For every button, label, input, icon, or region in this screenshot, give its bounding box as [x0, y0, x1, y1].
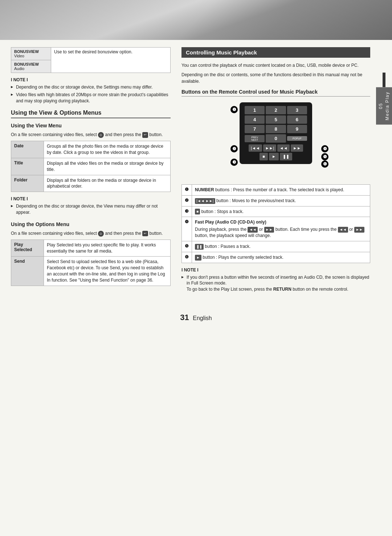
btn-1: 1 [245, 106, 265, 114]
note-item-view: Depending on the disc or storage device,… [11, 203, 171, 216]
playback-row: ■ ► ❚❚ [245, 153, 307, 160]
rewind-btn: ◄◄ [277, 144, 290, 152]
circle-3: ❸ [230, 159, 238, 166]
view-menu-heading: Using the View Menu [11, 123, 171, 128]
remote-desc-table: ❶ NUMBER buttons : Press the number of a… [181, 184, 370, 263]
desc-num-4: ❹ [182, 217, 192, 241]
page-footer: 31 English [0, 313, 392, 330]
btn-2: 2 [266, 106, 286, 114]
view-options-heading: Using the View & Options Menus [11, 110, 171, 118]
circle-2: ❷ [230, 145, 238, 152]
stop-icon: ■ [195, 209, 200, 214]
circle-6: ❻ [321, 160, 328, 168]
btn-0: 0 [266, 134, 286, 143]
bonusview-table: BONUSVIEW Video Use to set the desired b… [11, 47, 171, 73]
play-icon: ► [195, 255, 201, 261]
btn-5: 5 [266, 115, 286, 124]
desc-text-5: ❚❚ button : Pauses a track. [192, 241, 370, 252]
play-selected-desc: Play Selected lets you select specific f… [44, 240, 171, 257]
pause-btn: ❚❚ [280, 153, 292, 160]
folder-label: Folder [11, 175, 44, 192]
side-bar-accent [383, 73, 385, 87]
desc-num-2: ❷ [182, 195, 192, 206]
view-options-table: Date Groups all the the photo files on t… [11, 141, 171, 192]
date-label: Date [11, 141, 44, 158]
note-section-2: I NOTE I Depending on the disc or storag… [11, 196, 171, 216]
bonusview-audio-label: BONUSVIEW Audio [11, 60, 51, 73]
options-icon: ⊙ [98, 231, 104, 237]
note-item-music: If you don't press a button within five … [181, 274, 370, 292]
note-section-3: I NOTE I If you don't press a button wit… [181, 267, 370, 292]
desc-row-2: ❷ |◄◄ ►►| button : Moves to the previous… [182, 195, 370, 206]
desc-num-5: ❺ [182, 241, 192, 252]
note-section-1: I NOTE I Depending on the disc or storag… [11, 77, 171, 104]
side-chapter-label: 05 Media Play [376, 87, 392, 124]
note-item-2: Video files with high bitrates of 20Mbps… [11, 92, 171, 104]
return-icon-2: ↩ [142, 231, 148, 237]
btn-9: 9 [287, 125, 307, 133]
desc-row-6: ❻ ► button : Plays the currently selecte… [182, 252, 370, 263]
buttons-heading: Buttons on the Remote Control used for M… [181, 89, 370, 97]
nav-row: |◄◄ ►►| ◄◄ ►► [245, 144, 307, 152]
desc-text-4: Fast Play (Audio CD (CD-DA) only) During… [192, 217, 370, 241]
desc-row-1: ❶ NUMBER buttons : Press the number of a… [182, 185, 370, 196]
play-btn: ► [269, 153, 279, 160]
fast-forward-btn: ►► [291, 144, 303, 152]
desc-text-3: ■ button : Stops a track. [192, 206, 370, 217]
pause-icon: ❚❚ [195, 244, 204, 250]
play-options-table: Play Selected Play Selected lets you sel… [11, 240, 171, 286]
prev-next-btn: PREVNEXT [245, 135, 265, 142]
popup-btn: POPUP [287, 136, 307, 141]
view-menu-body: On a file screen containing video files,… [11, 131, 171, 138]
title-desc: Displays all the video files on the medi… [44, 158, 171, 175]
controlling-music-title: Controlling Music Playback [181, 47, 370, 58]
desc-text-2: |◄◄ ►►| button : Moves to the previous/n… [192, 195, 370, 206]
desc-text-6: ► button : Plays the currently selected … [192, 252, 370, 263]
numpad-grid: 1 2 3 4 5 6 7 8 9 [245, 106, 307, 133]
bottom-numpad-row: PREVNEXT 0 POPUP [245, 134, 307, 143]
page-number: 31 [180, 313, 189, 322]
bonusview-desc: Use to set the desired bonusview option. [51, 48, 171, 73]
desc-num-6: ❻ [182, 252, 192, 263]
circle-4: ❹ [321, 145, 328, 152]
btn-3: 3 [287, 106, 307, 114]
stop-btn: ■ [260, 153, 268, 160]
prev-track-btn: |◄◄ [249, 144, 262, 152]
left-column: BONUSVIEW Video Use to set the desired b… [11, 47, 171, 298]
btn-4: 4 [245, 115, 265, 124]
rw-icon-2: ◄◄ [338, 227, 348, 233]
desc-row-3: ❸ ■ button : Stops a track. [182, 206, 370, 217]
header-banner [0, 0, 392, 40]
controlling-music-body1: You can control the playback of music co… [181, 62, 370, 69]
send-desc: Select Send to upload selected files to … [44, 257, 171, 286]
folder-desc: Displays all the folders on the media or… [44, 175, 171, 192]
desc-text-1: NUMBER buttons : Press the number of a t… [192, 185, 370, 196]
circle-5: ❺ [321, 153, 328, 160]
btn-7: 7 [245, 125, 265, 133]
options-menu-body: On a file screen containing video files,… [11, 230, 171, 237]
right-column: Controlling Music Playback You can contr… [181, 47, 370, 298]
ff-icon-2: ►► [354, 227, 364, 233]
note-item-1: Depending on the disc or storage device,… [11, 84, 171, 90]
ff-icon: ►► [264, 227, 274, 233]
desc-row-4: ❹ Fast Play (Audio CD (CD-DA) only) Duri… [182, 217, 370, 241]
btn-6: 6 [287, 115, 307, 124]
return-icon: ↩ [142, 132, 148, 138]
page-lang: English [193, 315, 212, 321]
prev-next-icon: |◄◄ ►►| [195, 198, 215, 204]
view-icon: ⊙ [98, 132, 104, 138]
controlling-music-body2: Depending on the disc or contents, some … [181, 71, 370, 85]
options-menu-heading: Using the Options Menu [11, 221, 171, 227]
bonusview-video-label: BONUSVIEW Video [11, 48, 51, 60]
next-track-btn: ►►| [263, 144, 277, 152]
remote-control-diagram: 1 2 3 4 5 6 7 8 9 PREVNEXT 0 POPUP [220, 102, 332, 179]
btn-8: 8 [266, 125, 286, 133]
send-label: Send [11, 257, 44, 286]
rw-icon: ◄◄ [248, 227, 258, 233]
date-desc: Groups all the the photo files on the me… [44, 141, 171, 158]
circle-1: ❶ [230, 106, 238, 113]
title-label: Title [11, 158, 44, 175]
desc-row-5: ❺ ❚❚ button : Pauses a track. [182, 241, 370, 252]
remote-body: 1 2 3 4 5 6 7 8 9 PREVNEXT 0 POPUP [240, 102, 312, 164]
play-selected-label: Play Selected [11, 240, 44, 257]
